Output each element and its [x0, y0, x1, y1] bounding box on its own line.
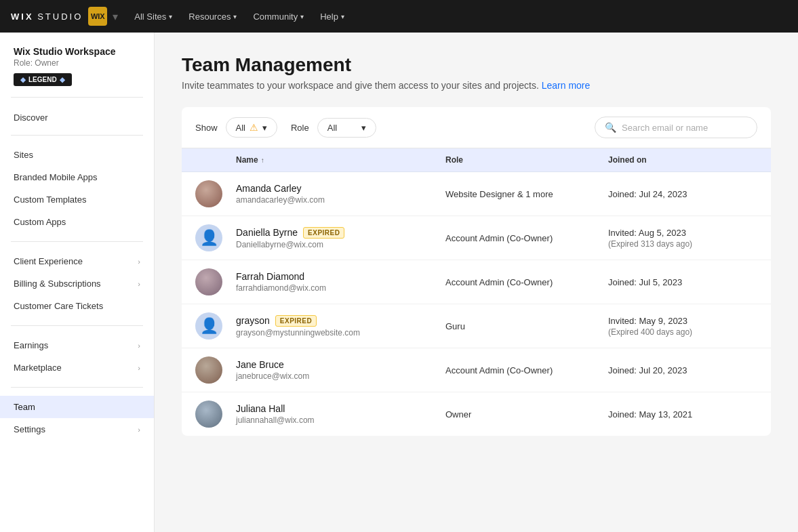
sidebar-item-team[interactable]: Team [0, 396, 154, 418]
member-joined: Joined: Jul 20, 2023 [608, 365, 757, 375]
show-filter-select[interactable]: All ⚠ ▾ [226, 117, 277, 138]
member-name: Farrah Diamond [236, 271, 304, 282]
member-name: Daniella Byrne [236, 227, 298, 238]
member-name-col: graysonEXPIREDgrayson@mystunningwebsite.… [236, 315, 445, 337]
member-role: Account Admin (Co-Owner) [445, 277, 608, 287]
nav-help[interactable]: Help ▾ [320, 12, 344, 22]
sidebar-item-customer-care[interactable]: Customer Care Tickets [0, 295, 154, 317]
member-email: farrahdiamond@wix.com [236, 283, 445, 293]
member-joined: Invited: Aug 5, 2023(Expired 313 days ag… [608, 228, 757, 249]
member-name: Amanda Carley [236, 183, 302, 194]
search-placeholder: Search email or name [622, 123, 708, 133]
team-table: Name ↑ Role Joined on Amanda Carleyamand… [182, 148, 771, 436]
earnings-arrow: › [138, 342, 140, 350]
member-joined: Joined: Jul 24, 2023 [608, 189, 757, 199]
learn-more-link[interactable]: Learn more [542, 80, 591, 91]
member-name-row: Juliana Hall [236, 403, 445, 414]
sidebar-item-marketplace[interactable]: Marketplace › [0, 356, 154, 379]
top-nav: WIX STUDIO WIX ▾ All Sites ▾ Resources ▾… [0, 0, 798, 33]
sidebar-item-settings[interactable]: Settings › [0, 418, 154, 441]
member-name-col: Juliana Halljuliannahall@wix.com [236, 403, 445, 425]
expired-badge: EXPIRED [303, 227, 344, 239]
member-name: Juliana Hall [236, 403, 285, 414]
help-chevron: ▾ [341, 13, 344, 20]
joined-primary: Joined: Jul 24, 2023 [608, 189, 757, 199]
joined-secondary: (Expired 313 days ago) [608, 239, 757, 249]
search-box[interactable]: 🔍 Search email or name [595, 117, 757, 138]
all-sites-chevron: ▾ [169, 13, 172, 20]
sidebar-item-sites-label: Sites [14, 150, 140, 160]
sidebar-item-sites[interactable]: Sites [0, 144, 154, 166]
marketplace-arrow: › [138, 364, 140, 372]
sidebar-section-earnings: Earnings › Marketplace › [0, 326, 154, 387]
sidebar-item-earnings-label: Earnings [14, 340, 138, 350]
member-role: Owner [445, 409, 608, 420]
joined-secondary: (Expired 400 days ago) [608, 327, 757, 337]
avatar-placeholder-icon: 👤 [200, 317, 218, 335]
joined-primary: Invited: Aug 5, 2023 [608, 228, 757, 238]
member-email: juliannahall@wix.com [236, 415, 445, 425]
table-row[interactable]: 👤Daniella ByrneEXPIREDDaniellabyrne@wix.… [182, 216, 771, 260]
member-name-row: graysonEXPIRED [236, 315, 445, 327]
role-filter-value: All [327, 123, 337, 133]
sidebar-item-earnings[interactable]: Earnings › [0, 334, 154, 356]
nav-resources[interactable]: Resources ▾ [188, 12, 237, 22]
role-label: Role [291, 123, 309, 133]
sidebar-item-client-experience[interactable]: Client Experience › [0, 250, 154, 272]
logo[interactable]: WIX STUDIO WIX ▾ [11, 7, 118, 26]
member-joined: Joined: May 13, 2021 [608, 409, 757, 420]
member-email: janebruce@wix.com [236, 371, 445, 381]
sidebar-item-customer-care-label: Customer Care Tickets [14, 301, 140, 311]
sidebar: Wix Studio Workspace Role: Owner ◆ LEGEN… [0, 33, 155, 532]
sidebar-item-billing-subscriptions[interactable]: Billing & Subscriptions › [0, 272, 154, 295]
main-content: Team Management Invite teammates to your… [155, 33, 798, 532]
table-col-name[interactable]: Name ↑ [236, 155, 445, 165]
member-joined: Joined: Jul 5, 2023 [608, 277, 757, 287]
sidebar-item-billing-label: Billing & Subscriptions [14, 279, 138, 289]
member-name-row: Jane Bruce [236, 359, 445, 370]
sidebar-item-custom-apps-label: Custom Apps [14, 217, 140, 227]
sidebar-item-branded-label: Branded Mobile Apps [14, 172, 140, 182]
member-email: grayson@mystunningwebsite.com [236, 328, 445, 337]
sidebar-section-business: Client Experience › Billing & Subscripti… [0, 242, 154, 325]
sidebar-section-discover: Discover [0, 98, 154, 135]
table-row[interactable]: Juliana Halljuliannahall@wix.comOwnerJoi… [182, 392, 771, 436]
joined-primary: Joined: Jul 20, 2023 [608, 365, 757, 375]
client-experience-arrow: › [138, 258, 140, 266]
logo-dropdown-icon[interactable]: ▾ [113, 10, 118, 23]
filter-bar: Show All ⚠ ▾ Role All ▾ 🔍 Search email o… [182, 107, 771, 148]
table-row[interactable]: Amanda Carleyamandacarley@wix.comWebsite… [182, 172, 771, 216]
joined-primary: Joined: Jul 5, 2023 [608, 277, 757, 287]
avatar: 👤 [195, 312, 222, 340]
member-name-row: Farrah Diamond [236, 271, 445, 282]
role-filter-select[interactable]: All ▾ [317, 118, 376, 138]
billing-arrow: › [138, 280, 140, 288]
table-body: Amanda Carleyamandacarley@wix.comWebsite… [182, 172, 771, 436]
show-filter-chevron: ▾ [262, 123, 267, 133]
wix-studio-logo: WIX STUDIO [11, 12, 83, 22]
workspace-info: Wix Studio Workspace Role: Owner ◆ LEGEN… [0, 33, 154, 97]
sidebar-item-custom-apps[interactable]: Custom Apps [0, 211, 154, 233]
nav-community[interactable]: Community ▾ [253, 12, 304, 22]
member-role: Website Designer & 1 more [445, 189, 608, 199]
resources-chevron: ▾ [233, 13, 237, 20]
member-name-col: Farrah Diamondfarrahdiamond@wix.com [236, 271, 445, 293]
table-row[interactable]: 👤graysonEXPIREDgrayson@mystunningwebsite… [182, 304, 771, 348]
sidebar-item-branded-mobile-apps[interactable]: Branded Mobile Apps [0, 166, 154, 188]
avatar [195, 268, 222, 295]
member-name: grayson [236, 315, 270, 326]
diamond-icon-right: ◆ [60, 76, 65, 83]
sidebar-item-team-label: Team [14, 402, 140, 412]
sidebar-item-settings-label: Settings [14, 424, 138, 434]
table-row[interactable]: Farrah Diamondfarrahdiamond@wix.comAccou… [182, 260, 771, 304]
table-row[interactable]: Jane Brucejanebruce@wix.comAccount Admin… [182, 348, 771, 392]
sidebar-item-marketplace-label: Marketplace [14, 363, 138, 373]
avatar-placeholder-icon: 👤 [200, 229, 218, 247]
member-email: Daniellabyrne@wix.com [236, 240, 445, 249]
nav-all-sites[interactable]: All Sites ▾ [134, 12, 172, 22]
sidebar-item-custom-templates[interactable]: Custom Templates [0, 188, 154, 211]
workspace-role: Role: Owner [14, 58, 140, 68]
search-icon: 🔍 [605, 122, 616, 133]
member-name-col: Daniella ByrneEXPIREDDaniellabyrne@wix.c… [236, 227, 445, 249]
avatar [195, 356, 222, 384]
